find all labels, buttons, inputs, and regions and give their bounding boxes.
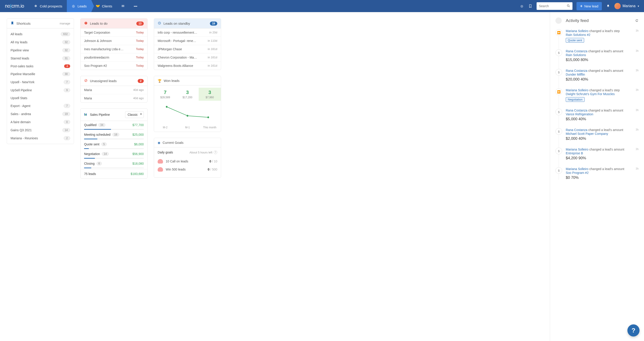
shortcut-item[interactable]: Upsell - NewYork7 (7, 78, 74, 86)
lead-row[interactable]: Soo Program #2Today (80, 62, 147, 70)
won-num: 3 (176, 90, 198, 95)
feed-user[interactable]: Rana Costanza (566, 109, 588, 112)
help-button[interactable]: ? (628, 324, 640, 336)
leads-todo-card: Leads to do 13 Target CorporationTodayJo… (80, 19, 148, 70)
feed-avatar (556, 18, 562, 24)
stage-name: Quote sent (84, 142, 100, 146)
feed-item: ⏩Mariana Solleiro changed a lead's step3… (556, 88, 638, 102)
lead-name: Ines manufacturing Ltda ex… (84, 47, 124, 51)
shortcut-item[interactable]: Upsell Stats (7, 94, 74, 102)
feed-user[interactable]: Mariana Solleiro (566, 29, 588, 33)
shortcut-item[interactable]: All my leads32 (7, 38, 74, 46)
shortcut-item[interactable]: Export - Agent7 (7, 102, 74, 110)
help-icon[interactable]: ? (214, 151, 217, 154)
lead-row[interactable]: Chevron Corporation - Mad…in 161d (154, 53, 221, 62)
stage-name: Closing (84, 162, 95, 165)
pipeline-stage[interactable]: Meeting scheduled 16$25,000 (80, 131, 147, 139)
dollar-icon: $ (556, 167, 562, 174)
chart-label: M-2 (154, 126, 176, 129)
nav-leads[interactable]: ◎ Leads (67, 0, 91, 12)
logo[interactable]: no|crm.io (0, 0, 29, 12)
lead-row[interactable]: Maria40d ago (80, 94, 147, 102)
feed-lead[interactable]: Vance Refrigeration (566, 112, 638, 116)
shortcut-label: All leads (10, 32, 22, 36)
pipeline-title: Sales Pipeline (90, 113, 110, 116)
pipeline-select[interactable]: Classic (125, 111, 144, 118)
stage-value: $56,900 (132, 152, 144, 156)
shortcut-item[interactable]: Pipeline view32 (7, 46, 74, 54)
shortcut-item[interactable]: Starred leads31 (7, 54, 74, 62)
shortcut-item[interactable]: Sales - andrea19 (7, 110, 74, 118)
lead-row[interactable]: Walgreens Boots Alliancein 161d (154, 62, 221, 70)
lead-row[interactable]: Maria40d ago (80, 86, 147, 94)
trophy-icon: 🏆 (158, 79, 162, 83)
shortcut-item[interactable]: A faire demain0 (7, 118, 74, 126)
nav-clients[interactable]: 🤝 Clients (91, 0, 117, 12)
shortcut-item[interactable]: Pipeline Marseille30 (7, 70, 74, 78)
feed-user[interactable]: Mariana Solleiro (566, 148, 588, 151)
feed-lead[interactable]: Entreprise B (566, 151, 638, 155)
shortcut-item[interactable]: UpSell Pipeline9 (7, 86, 74, 94)
feed-user[interactable]: Mariana Solleiro (566, 167, 588, 171)
feed-time: 3h (636, 128, 638, 131)
shortcut-item[interactable]: Gains Q3 202114 (7, 126, 74, 134)
lead-row[interactable]: youdontneedacrmToday (80, 53, 147, 62)
target-icon[interactable]: ◎ (520, 4, 524, 8)
nav-more[interactable]: ••• (129, 0, 142, 12)
feed-lead[interactable]: Dunder Mifflin (566, 73, 638, 76)
pipeline-stage[interactable]: Closing 6$18,080 (80, 160, 147, 168)
shortcut-label: Upsell - NewYork (10, 80, 34, 84)
shortcut-label: Starred leads (10, 57, 29, 60)
new-lead-button[interactable]: + New lead (576, 2, 602, 10)
nav-cold-prospects[interactable]: ❄ Cold prospects (29, 0, 67, 12)
lead-name: Johnson & Johnson (84, 39, 112, 43)
search-input[interactable] (539, 4, 567, 8)
feed-lead[interactable]: Soo Program #2 (566, 171, 638, 175)
bookmark-icon (10, 21, 14, 26)
feed-lead[interactable]: Michael Scott Paper Company (566, 132, 638, 136)
feed-lead[interactable]: Dwight Schrute's Gym For Muscles (566, 92, 638, 96)
lead-row[interactable]: Microsoft - Portugal- rene…in 110d (154, 37, 221, 45)
standby-title: Leads on standby (164, 22, 190, 25)
lead-meta: 40d ago (133, 97, 144, 100)
shortcut-item[interactable]: Mariana - Reunioes2 (7, 134, 74, 144)
stage-value: $18,080 (132, 162, 144, 165)
nav-mail[interactable]: ✉ (116, 0, 129, 12)
shortcut-item[interactable]: All leads632 (7, 29, 74, 38)
pipeline-stage[interactable]: Negotiation 14$56,900 (80, 150, 147, 158)
lead-row[interactable]: Johnson & JohnsonToday (80, 37, 147, 45)
lead-row[interactable]: JPMorgan Chasein 161d (154, 45, 221, 53)
pipeline-stage[interactable]: Quote sent 5$6,000 (80, 140, 147, 148)
pipeline-stage[interactable]: Qualified 34$77,700 (80, 121, 147, 129)
search-icon[interactable] (567, 4, 570, 8)
user-menu[interactable]: Mariana ▼ (614, 3, 640, 9)
lead-meta: in 161d (208, 56, 217, 59)
feed-amount: $15,000 80% (566, 58, 638, 62)
shortcut-label: A faire demain (10, 120, 31, 124)
lead-row[interactable]: Ines manufacturing Ltda ex…Today (80, 45, 147, 53)
unassigned-title: Unassigned leads (90, 79, 116, 83)
stage-value: $25,000 (132, 133, 144, 136)
bookmark-icon[interactable] (528, 4, 532, 8)
stage-value: $6,000 (134, 142, 144, 146)
refresh-icon[interactable] (635, 19, 638, 23)
leads-todo-title: Leads to do (90, 22, 108, 25)
feed-action: changed a lead's step (589, 88, 620, 92)
shortcut-label: Mariana - Reunioes (10, 136, 38, 140)
search-box[interactable] (536, 2, 572, 10)
feed-time: 3h (636, 109, 638, 112)
bell-icon[interactable] (606, 4, 610, 8)
feed-user[interactable]: Rana Costanza (566, 49, 588, 53)
lead-row[interactable]: Target CorporationToday (80, 29, 147, 37)
lead-meta: Today (136, 47, 144, 51)
feed-user[interactable]: Rana Costanza (566, 128, 588, 132)
feed-lead[interactable]: Rain Solutions #2 (566, 33, 638, 37)
won-num: 7 (154, 90, 176, 95)
feed-user[interactable]: Rana Costanza (566, 69, 588, 73)
goals-title: Current Goals (162, 141, 184, 144)
feed-user[interactable]: Mariana Solleiro (566, 88, 588, 92)
lead-row[interactable]: Info corp - renouvellement …in 20d (154, 29, 221, 37)
shortcut-item[interactable]: Post-sales tasks4 (7, 62, 74, 70)
manage-link[interactable]: manage (60, 22, 70, 25)
feed-lead[interactable]: Rain Solutions (566, 53, 638, 57)
